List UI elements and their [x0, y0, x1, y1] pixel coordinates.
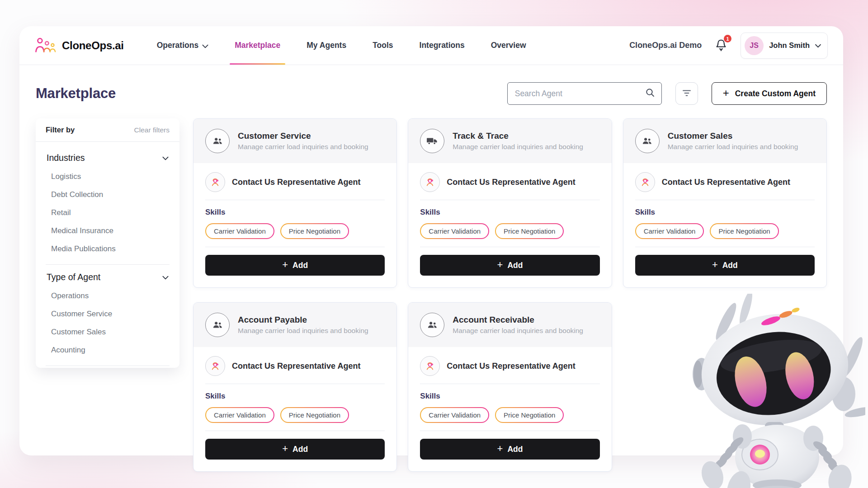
filter-section-type-of-agent[interactable]: Type of Agent — [46, 265, 170, 286]
agent-row: Contact Us Representative Agent — [205, 172, 385, 192]
page-title: Marketplace — [36, 85, 116, 102]
agent-row: Contact Us Representative Agent — [635, 172, 815, 192]
filter-option-medical-insurance[interactable]: Medical Insurance — [51, 222, 170, 240]
agent-card-body: Contact Us Representative Agent Skills C… — [193, 347, 396, 471]
skill-pill-carrier-validation: Carrier Validation — [420, 407, 489, 423]
agent-name: Contact Us Representative Agent — [232, 361, 360, 371]
agent-avatar-icon — [635, 172, 655, 192]
plus-icon: + — [712, 260, 718, 270]
nav-list: OperationsMarketplaceMy AgentsToolsInteg… — [144, 26, 539, 65]
nav-item-label: Marketplace — [235, 41, 280, 50]
agent-card-account-receivable: Account Receivable Manage carrier load i… — [408, 302, 612, 472]
agent-card-track-trace: Track & Trace Manage carrier load inquir… — [408, 118, 612, 288]
filter-option-acounting[interactable]: Acounting — [51, 341, 170, 359]
agent-name: Contact Us Representative Agent — [447, 361, 575, 371]
plus-icon: + — [497, 444, 503, 454]
skills-list: Carrier ValidationPrice Negotiation — [420, 407, 599, 423]
agent-card-header: Customer Sales Manage carrier load inqui… — [623, 119, 826, 163]
top-navbar: CloneOps.ai OperationsMarketplaceMy Agen… — [19, 26, 843, 65]
search-input[interactable] — [515, 89, 645, 99]
filter-options: OperationsCustomer ServiceCustomer Sales… — [46, 286, 170, 364]
filter-option-media-publications[interactable]: Media Publications — [51, 240, 170, 258]
clear-filters-button[interactable]: Clear filters — [134, 126, 170, 134]
filter-section-industries[interactable]: Industries — [46, 145, 170, 167]
user-avatar: JS — [745, 36, 764, 55]
page-header: Marketplace — [19, 65, 843, 118]
skills-label: Skills — [420, 392, 599, 401]
skill-pill-price-negotiation: Price Negotiation — [495, 223, 564, 239]
agent-card-subtitle: Manage carrier load inquiries and bookin… — [238, 327, 368, 335]
skills-label: Skills — [205, 208, 385, 217]
agent-card-customer-service: Customer Service Manage carrier load inq… — [193, 118, 397, 288]
agent-card-title: Account Payable — [238, 315, 368, 325]
notifications-button[interactable]: 1 — [713, 37, 729, 54]
add-agent-button[interactable]: + Add — [635, 255, 815, 276]
filter-icon — [682, 89, 692, 98]
skills-list: Carrier ValidationPrice Negotiation — [205, 223, 385, 239]
agent-card-subtitle: Manage carrier load inquiries and bookin… — [668, 143, 798, 151]
chevron-down-icon — [202, 41, 208, 51]
filter-option-debt-collection[interactable]: Debt Collection — [51, 186, 170, 204]
add-agent-button[interactable]: + Add — [420, 255, 599, 276]
agent-card-account-payable: Account Payable Manage carrier load inqu… — [193, 302, 397, 472]
filter-option-customer-service[interactable]: Customer Service — [51, 305, 170, 323]
filter-body: IndustriesLogisticsDebt CollectionRetail… — [36, 142, 179, 368]
agent-avatar-icon — [420, 356, 440, 376]
agent-name: Contact Us Representative Agent — [447, 178, 575, 187]
nav-item-integrations[interactable]: Integrations — [406, 26, 478, 65]
plus-icon: + — [723, 88, 729, 99]
skills-list: Carrier ValidationPrice Negotiation — [420, 223, 599, 239]
skills-list: Carrier ValidationPrice Negotiation — [635, 223, 815, 239]
header-controls: + Create Custom Agent — [507, 82, 827, 105]
create-custom-agent-button[interactable]: + Create Custom Agent — [712, 82, 827, 105]
skill-pill-price-negotiation: Price Negotiation — [495, 407, 564, 423]
workspace-name: CloneOps.ai Demo — [629, 41, 702, 50]
filter-title: Filter by — [46, 126, 75, 134]
user-menu[interactable]: JS John Smith — [741, 33, 828, 59]
truck-icon — [420, 129, 444, 153]
chevron-down-icon — [162, 154, 169, 162]
filter-option-retail[interactable]: Retail — [51, 204, 170, 222]
notification-count-badge: 1 — [724, 35, 731, 42]
agent-card-subtitle: Manage carrier load inquiries and bookin… — [453, 143, 583, 151]
plus-icon: + — [282, 260, 288, 270]
plus-icon: + — [282, 444, 288, 454]
chevron-down-icon — [162, 273, 169, 282]
agent-card-header: Account Payable Manage carrier load inqu… — [193, 303, 396, 347]
filter-header: Filter by Clear filters — [36, 118, 179, 142]
add-agent-button[interactable]: + Add — [205, 255, 385, 276]
nav-item-label: Integrations — [420, 41, 465, 50]
agent-card-title: Track & Trace — [453, 131, 583, 141]
nav-item-my-agents[interactable]: My Agents — [293, 26, 359, 65]
skills-label: Skills — [205, 392, 385, 401]
agent-row: Contact Us Representative Agent — [205, 356, 385, 376]
nav-item-operations[interactable]: Operations — [144, 26, 222, 65]
skill-pill-carrier-validation: Carrier Validation — [420, 223, 489, 239]
people-icon — [205, 129, 230, 153]
agent-avatar-icon — [420, 172, 440, 192]
skill-pill-carrier-validation: Carrier Validation — [205, 407, 274, 423]
agent-card-body: Contact Us Representative Agent Skills C… — [193, 163, 396, 287]
filter-option-operations[interactable]: Operations — [51, 287, 170, 305]
agent-card-header: Customer Service Manage carrier load inq… — [193, 119, 396, 163]
nav-item-label: Operations — [157, 41, 198, 50]
agent-card-title: Account Receivable — [453, 315, 583, 325]
divider — [46, 366, 170, 366]
filter-option-logistics[interactable]: Logistics — [51, 168, 170, 186]
agent-card-title: Customer Sales — [668, 131, 798, 141]
brand-name: CloneOps.ai — [62, 39, 124, 52]
nav-item-tools[interactable]: Tools — [359, 26, 406, 65]
nav-item-label: Overview — [491, 41, 526, 50]
skills-label: Skills — [420, 208, 599, 217]
agent-name: Contact Us Representative Agent — [232, 178, 360, 187]
page-background: CloneOps.ai OperationsMarketplaceMy Agen… — [0, 0, 868, 488]
brand-logo[interactable]: CloneOps.ai — [35, 36, 124, 56]
skill-pill-carrier-validation: Carrier Validation — [635, 223, 704, 239]
filter-button[interactable] — [675, 82, 698, 105]
add-agent-button[interactable]: + Add — [420, 439, 599, 460]
nav-item-overview[interactable]: Overview — [478, 26, 539, 65]
nav-item-marketplace[interactable]: Marketplace — [222, 26, 293, 65]
filter-option-customer-sales[interactable]: Customer Sales — [51, 323, 170, 341]
chevron-down-icon — [815, 42, 821, 50]
add-agent-button[interactable]: + Add — [205, 439, 385, 460]
